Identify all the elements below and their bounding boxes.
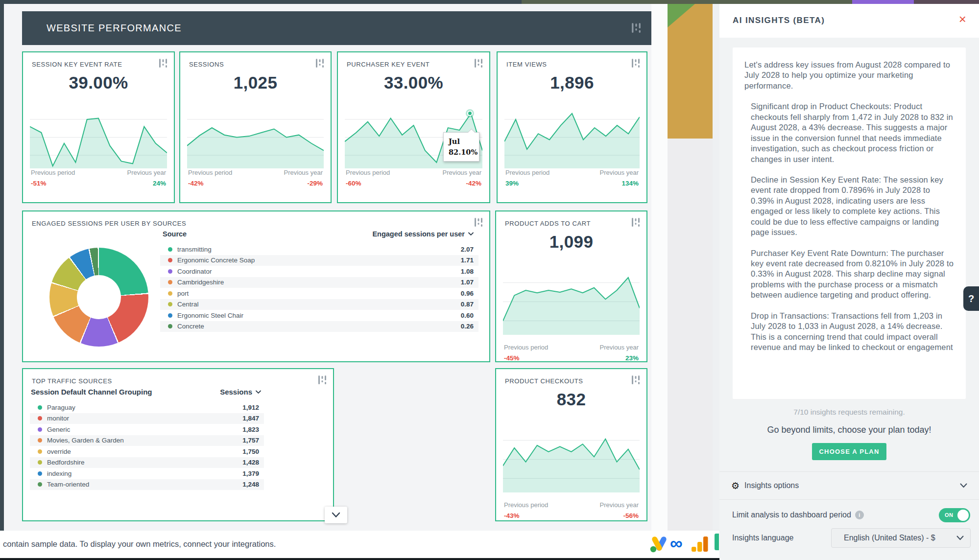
insight-paragraph: Significant drop in Product Checkouts: P… bbox=[751, 101, 954, 164]
card-menu-icon[interactable] bbox=[475, 218, 482, 229]
row-label: Concrete bbox=[177, 323, 204, 330]
series-color-dot bbox=[38, 449, 42, 454]
engaged-sessions-card: ENGAGED SESSIONS PER USER BY SOURCES Sou… bbox=[22, 210, 490, 362]
dashboard-page: WEBSITE PERFORMANCE SESSION KEY EVENT RA… bbox=[0, 0, 979, 560]
choose-a-plan-button[interactable]: CHOOSE A PLAN bbox=[812, 443, 886, 460]
traffic-row[interactable]: indexing1,379 bbox=[30, 468, 264, 479]
info-icon[interactable]: i bbox=[855, 511, 864, 519]
decorative-image bbox=[668, 4, 719, 139]
series-color-dot bbox=[38, 482, 42, 487]
source-row[interactable]: Coordinator1.08 bbox=[160, 266, 478, 277]
chart-point-marker[interactable] bbox=[467, 111, 473, 116]
row-label: monitor bbox=[47, 415, 69, 422]
chevron-down-icon bbox=[956, 534, 964, 542]
gear-icon: ⚙ bbox=[731, 480, 740, 491]
chevron-down-icon bbox=[332, 512, 340, 518]
row-label: transmitting bbox=[177, 246, 212, 253]
sample-data-banner: contain sample data. To display your own… bbox=[0, 531, 719, 560]
top-strip bbox=[914, 0, 979, 4]
donut-chart[interactable] bbox=[49, 248, 148, 347]
top-strip bbox=[852, 0, 914, 4]
source-row[interactable]: Ergonomic Steel Chair0.60 bbox=[160, 310, 478, 321]
metric-card-item-views: ITEM VIEWS 1,896 Previous periodPrevious… bbox=[497, 51, 647, 203]
card-menu-icon[interactable] bbox=[159, 59, 167, 70]
row-value: 1,750 bbox=[242, 448, 259, 455]
limit-analysis-toggle[interactable]: ON bbox=[939, 508, 970, 522]
source-row[interactable]: Cambridgeshire1.07 bbox=[160, 277, 478, 288]
row-value: 0.60 bbox=[461, 312, 474, 319]
scrollbar[interactable] bbox=[713, 4, 719, 531]
card-menu-icon[interactable] bbox=[475, 59, 482, 70]
previous-year-delta: -56% bbox=[623, 512, 639, 519]
sparkline-chart bbox=[504, 109, 640, 168]
insights-options-label: Insights options bbox=[744, 481, 799, 490]
series-color-dot bbox=[168, 324, 172, 328]
card-menu-icon[interactable] bbox=[632, 375, 640, 386]
page-background bbox=[668, 139, 719, 531]
source-row[interactable]: Central0.87 bbox=[160, 299, 478, 310]
source-row[interactable]: transmitting2.07 bbox=[160, 244, 478, 255]
card-menu-icon[interactable] bbox=[316, 59, 324, 70]
report-menu-icon[interactable] bbox=[632, 23, 641, 35]
metric-value: 1,025 bbox=[180, 73, 331, 93]
toggle-state-label: ON bbox=[945, 512, 954, 518]
row-label: Central bbox=[177, 301, 199, 308]
page-title: WEBSITE PERFORMANCE bbox=[47, 23, 182, 34]
tooltip-month: Jul bbox=[449, 136, 479, 147]
row-value: 1,757 bbox=[242, 437, 259, 444]
traffic-row[interactable]: override1,750 bbox=[30, 446, 264, 457]
ai-insight-message: Let's address key issues from August 202… bbox=[733, 47, 966, 399]
row-label: Coordinator bbox=[177, 268, 212, 275]
traffic-row[interactable]: Bedfordshire1,428 bbox=[30, 457, 264, 468]
google-analytics-icon[interactable] bbox=[692, 536, 708, 555]
previous-year-label: Previous year bbox=[443, 169, 481, 176]
previous-year-label: Previous year bbox=[284, 169, 323, 176]
card-title: TOP TRAFFIC SOURCES bbox=[32, 377, 112, 385]
source-row[interactable]: port0.96 bbox=[160, 288, 478, 299]
traffic-row[interactable]: Paraguay1,912 bbox=[30, 402, 264, 413]
top-traffic-sources-card: TOP TRAFFIC SOURCES Session Default Chan… bbox=[22, 368, 334, 521]
previous-period-label: Previous period bbox=[504, 501, 548, 509]
source-row[interactable]: Ergonomic Concrete Soap1.71 bbox=[160, 255, 478, 266]
row-label: Bedfordshire bbox=[47, 459, 85, 466]
sparkline-chart bbox=[187, 109, 324, 168]
row-value: 2.07 bbox=[461, 246, 474, 253]
meta-icon[interactable]: ∞ bbox=[670, 535, 683, 552]
google-ads-icon[interactable] bbox=[649, 536, 668, 555]
metric-value: 832 bbox=[496, 390, 646, 409]
language-select[interactable]: English (United States) - $ bbox=[831, 528, 971, 548]
traffic-row[interactable]: Team-oriented1,248 bbox=[30, 479, 264, 490]
row-value: 1.07 bbox=[461, 279, 474, 286]
ai-insights-panel: AI INSIGHTS (BETA) × Let's address key i… bbox=[719, 4, 979, 560]
channel-column-header: Session Default Channel Grouping bbox=[31, 388, 152, 396]
previous-period-label: Previous period bbox=[346, 169, 390, 176]
traffic-row[interactable]: monitor1,847 bbox=[30, 413, 264, 424]
card-title: SESSION KEY EVENT RATE bbox=[32, 61, 122, 68]
traffic-row[interactable]: Generic1,823 bbox=[30, 424, 264, 435]
close-icon[interactable]: × bbox=[959, 13, 966, 25]
previous-period-label: Previous period bbox=[188, 169, 232, 176]
card-menu-icon[interactable] bbox=[632, 59, 640, 70]
row-value: 1,379 bbox=[242, 470, 259, 477]
row-value: 0.96 bbox=[461, 290, 474, 297]
previous-period-delta: -51% bbox=[31, 180, 47, 187]
insights-options-row[interactable]: ⚙ Insights options bbox=[719, 471, 979, 500]
value-column-sort[interactable]: Engaged sessions per user bbox=[372, 230, 474, 238]
previous-year-label: Previous year bbox=[127, 169, 166, 176]
scroll-down-button[interactable] bbox=[325, 507, 347, 523]
card-menu-icon[interactable] bbox=[318, 375, 326, 386]
help-button[interactable]: ? bbox=[963, 286, 979, 311]
toggle-knob bbox=[957, 510, 969, 521]
traffic-row[interactable]: Movies, Garden & Garden1,757 bbox=[30, 435, 264, 446]
card-menu-icon[interactable] bbox=[632, 218, 640, 229]
previous-year-label: Previous year bbox=[600, 344, 639, 351]
card-title: ITEM VIEWS bbox=[506, 61, 547, 68]
metric-value: 39.00% bbox=[23, 73, 174, 93]
previous-period-label: Previous period bbox=[504, 344, 548, 351]
sample-data-notice: contain sample data. To display your own… bbox=[3, 539, 276, 549]
report-header: WEBSITE PERFORMANCE bbox=[22, 11, 651, 45]
requests-remaining-text: 7/10 insights requests remaining. bbox=[719, 408, 979, 417]
card-title: PRODUCT ADDS TO CART bbox=[505, 220, 591, 227]
source-row[interactable]: Concrete0.26 bbox=[160, 321, 478, 332]
sessions-column-sort[interactable]: Sessions bbox=[220, 388, 261, 396]
